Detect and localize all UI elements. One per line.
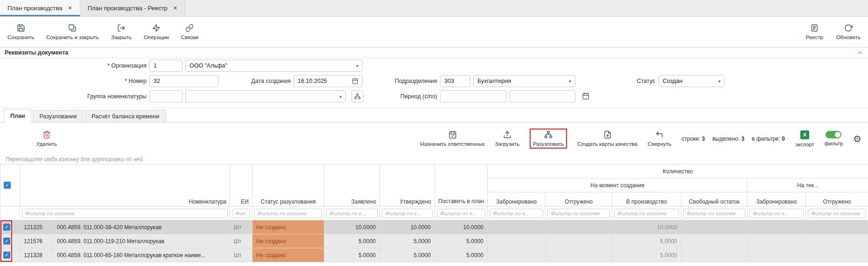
excel-icon: X bbox=[800, 130, 809, 139]
create-quality-cards-button[interactable]: Создать карты качества bbox=[577, 130, 637, 147]
delete-button[interactable]: Удалить bbox=[36, 130, 57, 147]
column-header-shipped-current[interactable]: Отгружено bbox=[806, 192, 868, 206]
registry-button[interactable]: Реестр bbox=[806, 24, 823, 40]
filter-input-approved[interactable] bbox=[382, 209, 433, 218]
selected-counter: выделено: 3 bbox=[712, 136, 744, 142]
column-header-reserved-creation[interactable]: Забронировано bbox=[488, 192, 546, 206]
band-at-creation: На момент создания bbox=[488, 178, 748, 192]
operations-button[interactable]: Операции bbox=[144, 24, 169, 40]
window-tab-bar: План производства ✕ План производства - … bbox=[0, 0, 868, 17]
filter-input-shipped-current[interactable] bbox=[808, 209, 866, 218]
filter-cell bbox=[324, 206, 380, 220]
row-approved: 10.0000 bbox=[380, 220, 435, 234]
filter-input-in-production[interactable] bbox=[614, 209, 679, 218]
window-tab-plan[interactable]: План производства ✕ bbox=[0, 0, 80, 16]
refresh-label: Обновить bbox=[836, 34, 861, 40]
create-quality-cards-label: Создать карты качества bbox=[577, 141, 637, 147]
status-select[interactable]: Создан ▾ bbox=[658, 75, 725, 87]
cell-empty bbox=[806, 220, 868, 234]
assign-responsible-label: Назначить ответственных bbox=[420, 141, 485, 147]
row-unit: Шт bbox=[230, 234, 252, 248]
chevron-down-icon: ▾ bbox=[718, 79, 721, 84]
column-header-explosion-status[interactable]: Статус разузлования bbox=[252, 164, 324, 206]
filter-cell bbox=[230, 206, 252, 220]
column-header-free-rest[interactable]: Свободный остаток bbox=[681, 192, 748, 206]
filter-cell bbox=[435, 206, 488, 220]
collapse-section-button[interactable] bbox=[857, 49, 863, 56]
department-code-input[interactable]: 303 bbox=[440, 75, 470, 87]
gear-icon[interactable]: ⚙ bbox=[853, 134, 861, 143]
filter-input-status[interactable] bbox=[254, 209, 322, 218]
column-header-declared[interactable]: Заявлено bbox=[324, 164, 380, 206]
links-button[interactable]: Связки bbox=[181, 24, 198, 40]
chevron-up-icon bbox=[857, 49, 863, 56]
filter-cell-checkbox bbox=[0, 206, 20, 220]
filter-input-declared[interactable] bbox=[326, 209, 378, 218]
filter-input-unit[interactable] bbox=[232, 209, 250, 218]
grid-toolbar: Удалить Назначить ответственных Загрузит… bbox=[0, 123, 868, 155]
filter-cell bbox=[488, 206, 546, 220]
column-header-shipped-creation[interactable]: Отгружено bbox=[546, 192, 612, 206]
nomenclature-group-code-input[interactable] bbox=[149, 90, 182, 102]
close-tab-icon[interactable]: ✕ bbox=[173, 5, 177, 11]
filter-input-nomenclature[interactable] bbox=[22, 209, 228, 218]
save-button[interactable]: Сохранить bbox=[7, 24, 34, 40]
row-in-production: 5.0000 bbox=[612, 234, 681, 248]
period-calendar-button[interactable] bbox=[582, 92, 589, 100]
assign-responsible-button[interactable]: Назначить ответственных bbox=[420, 130, 485, 147]
number-label: * Номер bbox=[47, 75, 147, 87]
table-row[interactable]: ✓ 121576 000.4859. 011.000-119-210 Метал… bbox=[0, 234, 868, 248]
load-button[interactable]: Загрузить bbox=[495, 130, 519, 147]
filter-toggle[interactable]: фильтр bbox=[825, 131, 843, 146]
column-header-unit[interactable]: ЕИ bbox=[230, 164, 252, 206]
export-button[interactable]: X экспорт bbox=[795, 130, 814, 147]
close-document-icon bbox=[117, 24, 126, 32]
collapse-rows-label: Свернуть bbox=[648, 141, 671, 147]
filter-cell bbox=[681, 206, 748, 220]
organization-value: ООО "Альфа" bbox=[189, 62, 227, 69]
column-header-in-production[interactable]: В производство bbox=[612, 192, 681, 206]
row-checkbox[interactable]: ✓ bbox=[3, 238, 10, 245]
column-header-nomenclature[interactable]: Номенклатура bbox=[20, 164, 230, 206]
row-checkbox[interactable]: ✓ bbox=[3, 252, 10, 259]
filter-input-reserved-creation[interactable] bbox=[490, 209, 543, 218]
column-header-to-plan[interactable]: Поставить в план bbox=[435, 164, 488, 206]
tab-plan[interactable]: План bbox=[4, 109, 31, 123]
tab-explosion[interactable]: Разузлование bbox=[33, 110, 84, 122]
filter-input-to-plan[interactable] bbox=[437, 209, 485, 218]
tab-time-balance[interactable]: Расчёт баланса времени bbox=[85, 110, 166, 122]
row-checkbox[interactable]: ✓ bbox=[3, 224, 10, 231]
filter-cell bbox=[546, 206, 612, 220]
row-status-badge: Не создано bbox=[252, 248, 324, 262]
table-row[interactable]: ✓ 121325 000.4859. 011.000-38-420 Металл… bbox=[0, 220, 868, 234]
filter-cell bbox=[612, 206, 681, 220]
department-select[interactable]: Бухгалтерия ▾ bbox=[473, 75, 575, 87]
window-tab-registry[interactable]: План производства - Реестр ✕ bbox=[80, 0, 185, 16]
refresh-button[interactable]: Обновить bbox=[836, 24, 861, 40]
collapse-rows-button[interactable]: Свернуть bbox=[648, 130, 671, 147]
registry-label: Реестр bbox=[806, 34, 823, 40]
filter-cell bbox=[380, 206, 435, 220]
organization-select[interactable]: ООО "Альфа" ▾ bbox=[185, 60, 363, 72]
filter-input-shipped-creation[interactable] bbox=[547, 209, 610, 218]
chevron-down-icon: ▾ bbox=[339, 94, 342, 99]
band-at-current: На тек... bbox=[748, 178, 868, 192]
filter-input-free-rest[interactable] bbox=[683, 209, 745, 218]
period-to-input[interactable] bbox=[509, 90, 575, 102]
column-header-approved[interactable]: Утверждено bbox=[380, 164, 435, 206]
save-and-close-button[interactable]: Сохранить и закрыть bbox=[46, 24, 99, 40]
registry-icon bbox=[810, 24, 819, 32]
column-header-reserved-current[interactable]: Забронировано bbox=[748, 192, 806, 206]
filter-input-reserved-current[interactable] bbox=[749, 209, 804, 218]
organization-code-input[interactable]: 1 bbox=[149, 60, 182, 72]
nomenclature-group-select[interactable]: ▾ bbox=[185, 90, 346, 102]
select-all-checkbox[interactable]: ✓ bbox=[4, 182, 11, 189]
close-tab-icon[interactable]: ✕ bbox=[68, 5, 72, 11]
row-to-plan: 10.0000 bbox=[435, 220, 488, 234]
toggle-on-icon[interactable] bbox=[826, 131, 841, 138]
period-from-input[interactable] bbox=[440, 90, 506, 102]
table-row[interactable]: ✓ 121328 000.4859. 011.000-65-180 Металл… bbox=[0, 248, 868, 262]
explode-label: Разузловать bbox=[533, 141, 564, 147]
close-button[interactable]: Закрыть bbox=[111, 24, 132, 40]
explode-button[interactable]: Разузловать bbox=[533, 130, 564, 147]
